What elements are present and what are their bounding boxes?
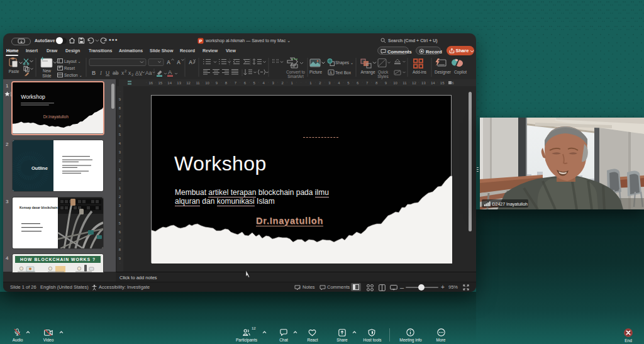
svg-text:I: I: [99, 70, 103, 76]
svg-text:A: A: [168, 69, 172, 75]
svg-text:10: 10: [205, 81, 209, 85]
svg-text:14: 14: [167, 81, 172, 85]
svg-text:10: 10: [393, 81, 397, 85]
svg-text:HOW BLOCKCHAIN WORKS ?: HOW BLOCKCHAIN WORKS ?: [20, 257, 96, 262]
svg-text:15: 15: [440, 81, 445, 85]
svg-text:A: A: [189, 59, 192, 65]
svg-text:14: 14: [431, 81, 435, 85]
svg-text:D2427 Inayatulloh: D2427 Inayatulloh: [492, 202, 528, 207]
svg-text:A̲V̲: A̲V̲: [135, 70, 143, 76]
svg-text:2: 2: [131, 73, 134, 77]
svg-text:Dr.Inayatulloh: Dr.Inayatulloh: [43, 114, 69, 119]
svg-text:B: B: [92, 70, 96, 76]
svg-text:11: 11: [196, 81, 200, 85]
svg-text:15: 15: [158, 81, 162, 85]
svg-text:U: U: [106, 70, 109, 76]
svg-text:11: 11: [402, 81, 407, 85]
svg-text:12: 12: [412, 81, 416, 85]
svg-text:Aa: Aa: [145, 70, 152, 76]
svg-text:Outline: Outline: [31, 165, 48, 171]
svg-text:16: 16: [148, 81, 153, 85]
svg-text:13: 13: [421, 81, 426, 85]
svg-text:12: 12: [186, 81, 191, 85]
svg-text:Konsep dasar blockchain: Konsep dasar blockchain: [19, 206, 58, 209]
svg-text:Workshop: Workshop: [21, 94, 45, 100]
svg-text:A: A: [330, 70, 333, 75]
svg-text:ab: ab: [113, 70, 119, 76]
svg-text:13: 13: [177, 81, 181, 85]
svg-text:A: A: [177, 59, 180, 65]
svg-text:2: 2: [125, 69, 127, 73]
svg-text:A: A: [167, 59, 170, 65]
